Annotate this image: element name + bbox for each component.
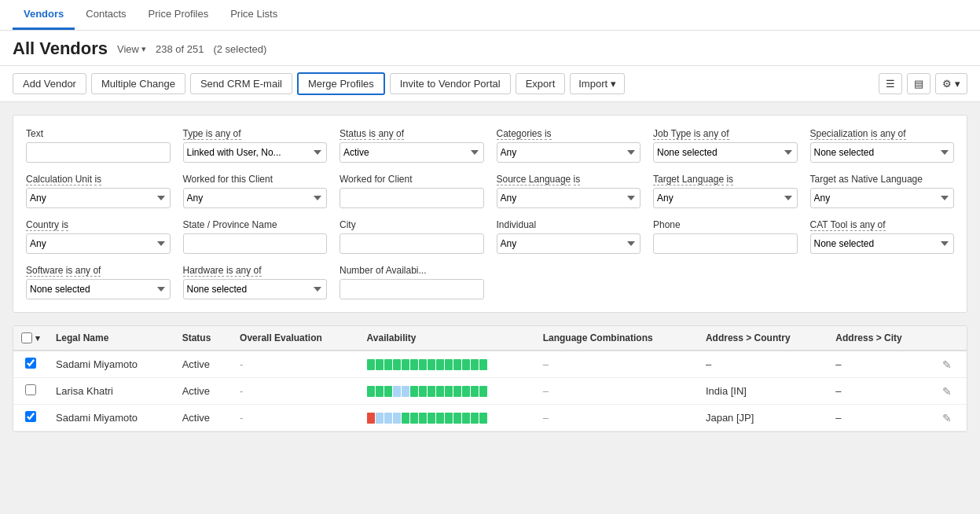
cell-edit[interactable]: ✎ [934,405,967,431]
col-availability[interactable]: Availability [359,326,535,351]
filter-software: Software is any of None selected [26,265,171,299]
filter-target-native-select[interactable]: Any [810,188,955,208]
edit-icon[interactable]: ✎ [942,358,952,371]
col-address-country[interactable]: Address > Country [698,326,828,351]
filter-status-qualifier[interactable]: is any of [369,128,404,140]
filter-type-select[interactable]: Linked with User, No... [183,142,328,163]
filter-hardware-qualifier[interactable]: is any of [226,265,262,277]
filter-target-lang-qualifier[interactable]: is [726,174,733,185]
filter-type-qualifier[interactable]: is any of [206,128,241,140]
filter-target-lang-label: Target Language is [653,174,798,185]
col-overall-eval[interactable]: Overall Evaluation [232,326,359,351]
row-checkbox-cell[interactable] [13,405,48,431]
select-all-dropdown-icon[interactable]: ▾ [35,333,40,343]
select-all-header[interactable]: ▾ [13,326,48,351]
filter-status-select[interactable]: Active [340,142,484,163]
filter-individual-select[interactable]: Any [497,233,641,254]
row-checkbox[interactable] [25,384,36,395]
cell-lang-combo: – [535,405,698,431]
row-checkbox-cell[interactable] [13,378,48,405]
filter-text: Text [26,128,171,163]
nav-contacts[interactable]: Contacts [75,0,137,30]
filter-calc-unit-qualifier[interactable]: is [94,174,101,185]
cell-status: Active [174,405,232,431]
filter-state-label: State / Province Name [183,219,328,230]
row-checkbox[interactable] [25,358,36,369]
cell-address-country: Japan [JP] [698,405,828,431]
row-checkbox-cell[interactable] [13,351,48,378]
filter-source-lang-select[interactable]: Any [497,188,641,208]
filter-specialization-label: Specialization is any of [810,128,955,139]
filter-source-lang-qualifier[interactable]: is [574,174,581,185]
edit-icon[interactable]: ✎ [942,412,952,424]
cell-edit[interactable]: ✎ [934,351,967,378]
edit-icon[interactable]: ✎ [942,385,952,398]
filter-cat-tool-select[interactable]: None selected [810,233,955,254]
add-vendor-button[interactable]: Add Vendor [13,73,86,94]
filter-cat-tool-qualifier[interactable]: is any of [850,219,886,231]
col-legal-name[interactable]: Legal Name [48,326,174,351]
cell-address-country: – [698,351,828,378]
filter-software-label: Software is any of [26,265,171,276]
col-status[interactable]: Status [174,326,232,351]
filter-target-lang-select[interactable]: Any [653,188,798,208]
filter-worked-for-input[interactable] [340,188,484,208]
invite-button[interactable]: Invite to Vendor Portal [390,73,511,94]
select-all-checkbox[interactable] [21,332,32,343]
col-address-city[interactable]: Address > City [828,326,934,351]
filter-num-avail-label: Number of Availabi... [340,265,484,276]
filter-text-input[interactable] [26,142,171,163]
filter-phone: Phone [653,219,798,254]
import-button[interactable]: Import ▾ [570,73,625,94]
availability-bar [367,386,527,397]
filter-categories-label: Categories is [497,128,641,139]
filter-country-select[interactable]: Any [26,233,171,254]
send-crm-button[interactable]: Send CRM E-mail [190,73,292,94]
view-dropdown[interactable]: View [117,43,146,55]
filter-city-input[interactable] [340,233,484,254]
list-view-button[interactable]: ▤ [907,73,930,94]
filter-categories-select[interactable]: Any [497,142,641,163]
filter-worked-for-label: Worked for Client [340,174,484,185]
filter-cat-tool: CAT Tool is any of None selected [810,219,955,254]
nav-price-profiles[interactable]: Price Profiles [138,0,220,30]
filter-state-input[interactable] [183,233,328,254]
filter-country: Country is Any [26,219,171,254]
filter-job-type: Job Type is any of None selected [653,128,798,163]
col-lang-combo[interactable]: Language Combinations [535,326,698,351]
filter-individual-label: Individual [497,219,641,230]
cell-legal-name: Sadami Miyamoto [48,405,174,431]
filter-job-type-select[interactable]: None selected [653,142,798,163]
cell-status: Active [174,378,232,405]
cell-availability [359,351,535,378]
nav-vendors[interactable]: Vendors [13,0,75,30]
filter-num-avail-input[interactable] [340,279,484,299]
nav-price-lists[interactable]: Price Lists [219,0,288,30]
filter-hardware-label: Hardware is any of [183,265,328,276]
filter-job-type-qualifier[interactable]: is any of [694,128,729,140]
filter-lines-icon: ☰ [886,78,895,90]
export-button[interactable]: Export [516,73,566,94]
cell-availability [359,405,535,431]
settings-button[interactable]: ⚙ ▾ [935,73,967,94]
filter-icon-button[interactable]: ☰ [879,73,902,94]
filter-country-qualifier[interactable]: is [61,219,68,231]
cell-status: Active [174,351,232,378]
page-title: All Vendors [13,39,108,59]
filter-software-qualifier[interactable]: is any of [66,265,101,277]
multiple-change-button[interactable]: Multiple Change [91,73,185,94]
filter-target-native-label: Target as Native Language [810,174,955,185]
row-checkbox[interactable] [25,411,36,422]
filter-categories-qualifier[interactable]: is [545,128,552,140]
filter-specialization-select[interactable]: None selected [810,142,955,163]
filter-calc-unit-select[interactable]: Any [26,188,171,208]
filter-worked-client-select[interactable]: Any [183,188,328,208]
filter-type: Type is any of Linked with User, No... [183,128,328,163]
merge-profiles-button[interactable]: Merge Profiles [297,72,385,95]
filter-hardware-select[interactable]: None selected [183,279,328,299]
cell-edit[interactable]: ✎ [934,378,967,405]
filter-software-select[interactable]: None selected [26,279,171,299]
filter-specialization-qualifier[interactable]: is any of [871,128,906,140]
filter-specialization: Specialization is any of None selected [810,128,955,163]
filter-phone-input[interactable] [653,233,798,254]
